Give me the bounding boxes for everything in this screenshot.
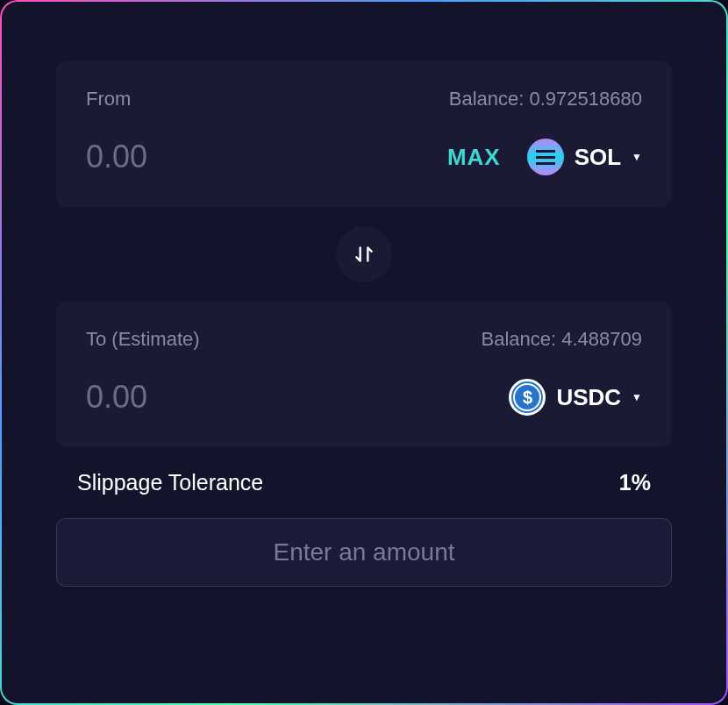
usdc-icon	[509, 379, 546, 416]
swap-inner: From Balance: 0.972518680 MAX SOL ▼	[2, 2, 726, 703]
from-label: From	[86, 88, 131, 110]
chevron-down-icon: ▼	[632, 151, 642, 163]
to-header: To (Estimate) Balance: 4.488709	[86, 328, 642, 351]
swap-direction-button[interactable]	[336, 226, 392, 282]
to-body: USDC ▼	[86, 379, 642, 416]
to-token-box: To (Estimate) Balance: 4.488709 USDC ▼	[56, 302, 672, 447]
from-body: MAX SOL ▼	[86, 139, 642, 175]
from-header: From Balance: 0.972518680	[86, 88, 642, 110]
submit-button[interactable]: Enter an amount	[56, 518, 672, 587]
swap-arrows-icon	[353, 243, 375, 266]
to-amount-input[interactable]	[86, 379, 261, 416]
chevron-down-icon: ▼	[632, 391, 642, 403]
slippage-value: 1%	[619, 470, 651, 495]
from-amount-input[interactable]	[86, 139, 261, 175]
max-button[interactable]: MAX	[447, 144, 501, 171]
slippage-label: Slippage Tolerance	[77, 470, 263, 495]
swap-divider	[56, 207, 672, 302]
to-label: To (Estimate)	[86, 328, 200, 351]
sol-icon	[527, 139, 564, 175]
from-right-controls: MAX SOL ▼	[447, 139, 642, 175]
from-balance: Balance: 0.972518680	[449, 88, 642, 110]
to-token-select[interactable]: USDC ▼	[509, 379, 642, 416]
to-balance: Balance: 4.488709	[482, 328, 643, 351]
slippage-row[interactable]: Slippage Tolerance 1%	[56, 447, 672, 518]
from-token-box: From Balance: 0.972518680 MAX SOL ▼	[56, 61, 672, 207]
to-token-name: USDC	[556, 384, 621, 411]
to-right-controls: USDC ▼	[509, 379, 642, 416]
from-token-name: SOL	[575, 144, 621, 171]
swap-widget: From Balance: 0.972518680 MAX SOL ▼	[0, 0, 728, 705]
from-token-select[interactable]: SOL ▼	[527, 139, 642, 175]
